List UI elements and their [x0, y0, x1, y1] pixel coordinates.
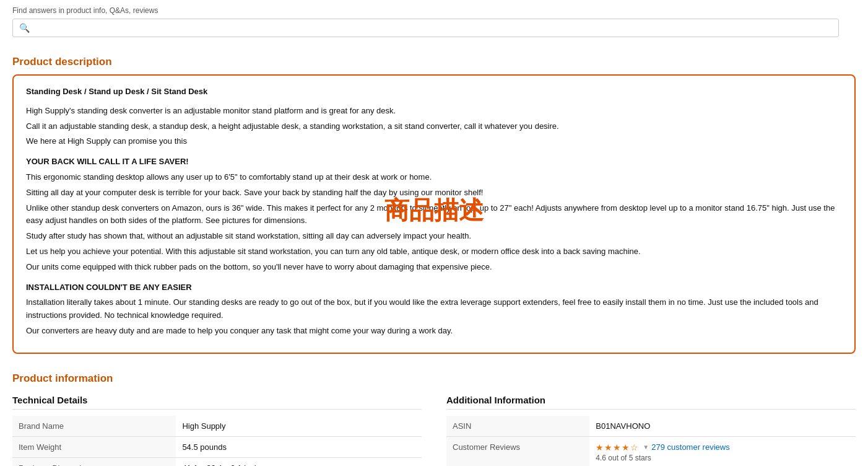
technical-details-col: Technical Details Brand Name High Supply… [12, 395, 422, 466]
section1-para-6: Our units come equipped with thick rubbe… [26, 261, 842, 274]
customer-reviews-label: Customer Reviews [446, 436, 589, 466]
section1-para-1: This ergonomic standing desktop allows a… [26, 171, 842, 184]
customer-reviews-row: Customer Reviews ★★★★☆ ▼ 279 customer re… [446, 436, 856, 466]
desc-para-1: High Supply's standing desk converter is… [26, 105, 842, 118]
section1-para-2: Sitting all day at your computer desk is… [26, 187, 842, 200]
table-row: Item Weight 54.5 pounds [12, 436, 422, 457]
dropdown-arrow-icon[interactable]: ▼ [643, 444, 649, 451]
section1-para-4: Study after study has shown that, withou… [26, 230, 842, 243]
section2-heading: INSTALLATION COULDN'T BE ANY EASIER [26, 281, 842, 294]
table-row: Brand Name High Supply [12, 416, 422, 437]
technical-details-title: Technical Details [12, 395, 422, 410]
brand-name-value: High Supply [176, 416, 422, 437]
item-weight-label: Item Weight [12, 436, 176, 457]
section1-heading: YOUR BACK WILL CALL IT A LIFE SAVER! [26, 156, 842, 169]
desc-para-3: We here at High Supply can promise you t… [26, 135, 842, 148]
section2-para-2: Our converters are heavy duty and are ma… [26, 325, 842, 338]
search-hint: Find answers in product info, Q&As, revi… [12, 6, 856, 15]
search-icon: 🔍 [19, 23, 30, 33]
additional-info-col: Additional Information ASIN B01NAVHONO C… [446, 395, 856, 466]
item-weight-value: 54.5 pounds [176, 436, 422, 457]
table-row: Package Dimensions 41.1 x 26.4 x 9.1 inc… [12, 457, 422, 466]
section1-para-5: Let us help you achieve your potential. … [26, 245, 842, 258]
asin-value: B01NAVHONO [589, 416, 856, 437]
additional-info-title: Additional Information [446, 395, 856, 410]
section1-para-3: Unlike other standup desk converters on … [26, 202, 842, 228]
additional-info-table: ASIN B01NAVHONO Customer Reviews ★★★★☆ ▼… [446, 416, 856, 466]
technical-details-table: Brand Name High Supply Item Weight 54.5 … [12, 416, 422, 466]
brand-name-label: Brand Name [12, 416, 176, 437]
package-dimensions-value: 41.1 x 26.4 x 9.1 inches [176, 457, 422, 466]
search-bar: 🔍 [12, 19, 839, 37]
star-icons: ★★★★☆ [596, 442, 639, 452]
product-info-heading: Product information [12, 372, 856, 385]
asin-label: ASIN [446, 416, 589, 437]
desc-para-2: Call it an adjustable standing desk, a s… [26, 120, 842, 133]
product-info-section: Product information Technical Details Br… [12, 372, 856, 466]
star-rating-text: 4.6 out of 5 stars [596, 454, 849, 462]
product-description-box: 商品描述 Standing Desk / Stand up Desk / Sit… [12, 74, 856, 354]
product-description-section: Product description 商品描述 Standing Desk /… [12, 56, 856, 354]
customer-reviews-value: ★★★★☆ ▼ 279 customer reviews 4.6 out of … [589, 436, 856, 466]
product-description-heading: Product description [12, 56, 856, 68]
package-dimensions-label: Package Dimensions [12, 457, 176, 466]
desc-title-text: Standing Desk / Stand up Desk / Sit Stan… [26, 86, 842, 99]
search-input[interactable] [33, 24, 832, 33]
review-count-link[interactable]: 279 customer reviews [651, 442, 729, 452]
section2-para-1: Installation literally takes about 1 min… [26, 296, 842, 322]
asin-row: ASIN B01NAVHONO [446, 416, 856, 437]
